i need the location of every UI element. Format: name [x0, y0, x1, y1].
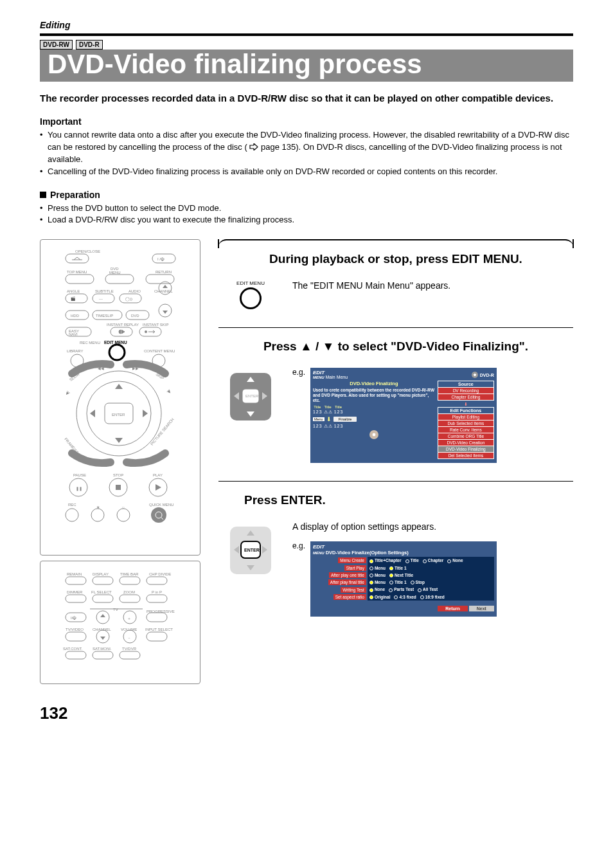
- step-2-title: Press ▲ / ▼ to select "DVD-Video Finaliz…: [225, 339, 567, 354]
- svg-text:TIME BAR: TIME BAR: [120, 572, 139, 576]
- osd2-row-label: After play final title: [328, 579, 366, 585]
- svg-text:FL SELECT: FL SELECT: [91, 590, 112, 594]
- svg-rect-78: [66, 577, 86, 584]
- radio-icon: [389, 566, 393, 570]
- disc-tag-r: DVD-R: [76, 40, 103, 50]
- eg-label-2: e.g.: [292, 541, 305, 550]
- svg-text:I/⏻: I/⏻: [71, 616, 76, 620]
- svg-text:＋: ＋: [127, 617, 131, 620]
- svg-text:ZOOM: ZOOM: [123, 590, 135, 594]
- step-3-title: Press ENTER.: [225, 493, 567, 507]
- svg-text:◀||: ◀||: [96, 458, 102, 462]
- svg-text:◯)): ◯)): [125, 297, 132, 302]
- edit-menu-icon: [240, 287, 262, 309]
- osd2-option: Title 1: [389, 566, 407, 570]
- osd2-option: Stop: [411, 580, 425, 584]
- svg-point-73: [151, 507, 166, 523]
- disc-tags: DVD-RW DVD-R: [40, 40, 573, 50]
- osd2-option: Parts Test: [389, 587, 414, 592]
- svg-text:◀◀: ◀◀: [98, 366, 104, 370]
- osd2-option: Title+Chapter: [369, 558, 402, 563]
- page-title: DVD-Video finalizing process: [40, 50, 573, 82]
- svg-text:RETURN: RETURN: [155, 270, 172, 274]
- svg-text:REC MENU: REC MENU: [80, 341, 100, 345]
- steps-column: During playback or stop, press EDIT MENU…: [218, 239, 573, 684]
- preparation-item-1: Press the DVD button to select the DVD m…: [40, 203, 573, 215]
- svg-rect-16: [66, 294, 87, 303]
- osd2-option: Menu: [369, 580, 386, 584]
- osd-main-menu: EDITMENU Main Menu DVD-R DVD-Video Final…: [310, 368, 497, 463]
- radio-icon: [394, 595, 398, 599]
- osd2-row-label: Start Play: [344, 565, 366, 571]
- osd2-option: None: [369, 587, 385, 592]
- osd-disc-type: DVD-R: [480, 373, 494, 377]
- svg-text:PLAY: PLAY: [153, 473, 163, 477]
- osd-option-settings: EDITMENU DVD-Video Finalize(Option Setti…: [310, 541, 497, 617]
- svg-text:CHP DIVIDE: CHP DIVIDE: [149, 572, 171, 576]
- svg-text:DVD: DVD: [131, 314, 139, 318]
- svg-rect-10: [146, 275, 174, 284]
- important-heading: Important: [40, 116, 573, 127]
- remote-bottom: REMAIN DISPLAY TIME BAR CHP DIVIDE DIMME…: [40, 561, 200, 684]
- svg-text:||▶: ||▶: [131, 458, 136, 462]
- svg-text:PICTURE SEARCH: PICTURE SEARCH: [150, 417, 175, 446]
- step-2-control: ENTER: [225, 368, 276, 428]
- svg-text:|▶: |▶: [166, 389, 172, 395]
- dpad-icon: ENTER: [225, 368, 276, 426]
- svg-text:MENU: MENU: [109, 271, 121, 275]
- svg-rect-103: [66, 632, 86, 641]
- remote-column: OPEN/CLOSE I /⏻ TOP MENU DVDMENU RETURN …: [40, 239, 200, 684]
- svg-text:❚❚: ❚❚: [76, 487, 82, 491]
- svg-point-36: [145, 330, 147, 333]
- radio-icon: [369, 574, 373, 577]
- preparation-item-2: Load a DVD-R/RW disc you want to execute…: [40, 214, 573, 226]
- osd-finalize-btn: Finalize: [333, 417, 357, 422]
- svg-text:CONTENT MENU: CONTENT MENU: [144, 349, 175, 353]
- radio-icon: [369, 595, 373, 599]
- svg-text:SUBTITLE: SUBTITLE: [95, 289, 114, 293]
- svg-text:INSTANT REPLAY: INSTANT REPLAY: [107, 323, 139, 327]
- osd-src-0: DV Recording: [438, 387, 493, 393]
- svg-rect-86: [66, 595, 86, 602]
- svg-text:REC: REC: [68, 503, 76, 507]
- svg-rect-18: [93, 294, 114, 303]
- preparation-list: Press the DVD button to select the DVD m…: [40, 203, 573, 227]
- svg-rect-88: [120, 595, 140, 602]
- radio-icon: [389, 574, 393, 577]
- osd2-option: Original: [369, 595, 391, 599]
- osd2-option: Title 1: [389, 580, 407, 584]
- osd-main-label: Main Menu: [326, 375, 348, 379]
- svg-rect-113: [120, 651, 140, 659]
- svg-text:STOP: STOP: [113, 473, 123, 477]
- svg-text:I /⏻: I /⏻: [157, 257, 164, 261]
- osd2-option: Menu: [369, 573, 386, 577]
- page-number: 132: [40, 703, 573, 723]
- step-3-text: A display of option settings appears.: [292, 521, 567, 532]
- remote-top: OPEN/CLOSE I /⏻ TOP MENU DVDMENU RETURN …: [40, 239, 200, 556]
- svg-text:HDD: HDD: [71, 314, 80, 318]
- svg-point-72: [117, 509, 130, 521]
- step-2: Press ▲ / ▼ to select "DVD-Video Finaliz…: [218, 327, 573, 481]
- step-1-text: The "EDIT MENU Main Menu" appears.: [292, 280, 567, 291]
- radio-icon: [369, 581, 373, 584]
- preparation-heading: Preparation: [40, 190, 573, 200]
- osd-ef-highlight: DVD-Video Finalizing: [438, 446, 493, 452]
- radio-icon: [420, 595, 424, 599]
- svg-rect-81: [147, 577, 167, 584]
- radio-icon: [447, 559, 451, 563]
- svg-text:SAT.CONT.: SAT.CONT.: [63, 647, 83, 651]
- osd-logo: EDITMENU: [313, 370, 324, 380]
- svg-text:－: －: [127, 636, 131, 640]
- osd2-row-label: Set aspect ratio: [333, 594, 366, 600]
- svg-rect-9: [105, 275, 134, 284]
- osd2-header: DVD-Video Finalize(Option Settings): [326, 550, 409, 556]
- svg-text:ENTER: ENTER: [244, 548, 260, 552]
- step-3: Press ENTER. ENTER A display of option s…: [218, 481, 573, 635]
- svg-rect-98: [147, 613, 167, 622]
- svg-text:TV/VIDEO: TV/VIDEO: [66, 628, 84, 631]
- osd2-table: Menu CreateTitle+ChapterTitleChapterNone…: [313, 557, 494, 601]
- page-ref-icon: [249, 141, 258, 154]
- svg-text:LIBRARY: LIBRARY: [67, 349, 84, 353]
- svg-text:P in P: P in P: [152, 590, 162, 594]
- radio-icon: [389, 581, 393, 584]
